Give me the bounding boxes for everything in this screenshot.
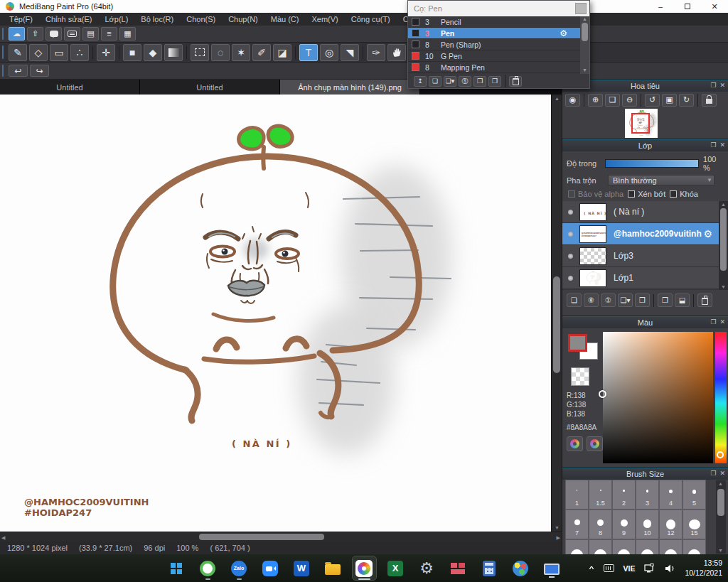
layer-list-scrollbar[interactable]: ▲ ▼ bbox=[719, 201, 728, 290]
popout-icon[interactable]: ❐ bbox=[710, 141, 716, 149]
pc-app-icon[interactable] bbox=[540, 556, 564, 580]
close-button[interactable]: ✕ bbox=[701, 0, 728, 13]
brush-tool[interactable]: ✎ bbox=[9, 44, 27, 61]
layer-add-menu-button[interactable]: ❏▾ bbox=[618, 293, 633, 307]
eyedropper-tool[interactable]: ✑ bbox=[367, 44, 385, 61]
scroll-down-icon[interactable]: ▼ bbox=[582, 68, 587, 74]
start-button[interactable] bbox=[165, 556, 188, 580]
menu-item[interactable]: Chỉnh sửa(E) bbox=[39, 13, 98, 26]
operation-tool[interactable]: ◎ bbox=[320, 44, 338, 61]
select-pen-tool[interactable]: ✐ bbox=[252, 44, 271, 61]
close-icon[interactable]: ✕ bbox=[719, 82, 725, 89]
brush-size-cell[interactable]: 9 bbox=[612, 510, 636, 539]
menu-item[interactable]: Tệp(F) bbox=[3, 13, 39, 26]
snap-tool[interactable]: ∴ bbox=[70, 44, 89, 61]
menu-item[interactable]: Chụp(N) bbox=[222, 13, 264, 26]
maximize-button[interactable] bbox=[674, 0, 701, 13]
language-indicator[interactable]: VIE bbox=[623, 564, 636, 573]
brush-delete-button[interactable] bbox=[509, 76, 522, 87]
brush-size-cell[interactable]: 1.5 bbox=[589, 480, 612, 510]
fit-window-button[interactable]: ❏ bbox=[605, 94, 620, 107]
Lớp1[interactable]: Lớp1 ⚙ bbox=[562, 267, 728, 289]
gradient-tool[interactable] bbox=[164, 44, 183, 61]
tray-chevron-icon[interactable]: ^ bbox=[589, 564, 594, 572]
lasso-tool[interactable]: ◌ bbox=[211, 44, 230, 61]
Pen (Sharp)[interactable]: 8 Pen (Sharp) ⚙ bbox=[408, 39, 580, 50]
palette-button[interactable] bbox=[567, 436, 583, 451]
close-icon[interactable]: ✕ bbox=[719, 141, 725, 149]
brush-size-scrollbar[interactable]: ▲ ▼ bbox=[716, 480, 726, 554]
brush-size-cell[interactable] bbox=[612, 539, 636, 554]
word-icon[interactable] bbox=[290, 556, 314, 580]
layer-new-8bit-button[interactable]: ⑧ bbox=[584, 293, 599, 307]
undo-button[interactable]: ↩ bbox=[9, 65, 28, 77]
saturation-value-picker[interactable] bbox=[603, 332, 713, 463]
palette-edit-button[interactable] bbox=[587, 436, 603, 451]
zoom-in-button[interactable]: ⊕ bbox=[588, 94, 603, 107]
brush-duplicate-button[interactable]: ❐ bbox=[488, 76, 501, 87]
brush-popup-button[interactable] bbox=[575, 3, 587, 14]
( Nà ní )[interactable]: ( Nà ní ) ⚙ bbox=[562, 201, 728, 223]
bucket-tool[interactable]: ◆ bbox=[144, 44, 162, 61]
hue-marker[interactable] bbox=[717, 451, 724, 458]
brush-folder-button[interactable]: ❒ bbox=[473, 76, 486, 87]
layer-duplicate-button[interactable]: ❐ bbox=[658, 293, 673, 307]
keyboard-icon[interactable] bbox=[604, 564, 614, 572]
canvas-vertical-scrollbar[interactable]: ▲ ▼ bbox=[551, 95, 562, 532]
shape-tool[interactable]: ▭ bbox=[50, 44, 68, 61]
zalo-icon[interactable] bbox=[228, 556, 251, 580]
menu-item[interactable]: Bộ lọc(R) bbox=[134, 13, 180, 26]
popout-icon[interactable]: ❐ bbox=[710, 82, 716, 89]
layer-visibility-dot[interactable] bbox=[568, 276, 573, 281]
scroll-down-icon[interactable]: ▼ bbox=[555, 525, 560, 530]
brush-new-button[interactable]: ❏ bbox=[429, 76, 441, 87]
brush-size-cell[interactable] bbox=[659, 539, 682, 554]
layer-visibility-dot[interactable] bbox=[568, 254, 573, 259]
document-button[interactable]: ▤ bbox=[82, 27, 99, 41]
brush-size-cell[interactable] bbox=[636, 539, 659, 554]
material-list-button[interactable]: ≡ bbox=[101, 27, 117, 41]
layer-visibility-dot[interactable] bbox=[568, 232, 573, 237]
zoom-app-icon[interactable] bbox=[259, 556, 282, 580]
layer-new-button[interactable]: ❏ bbox=[567, 293, 582, 307]
foreground-color-swatch[interactable] bbox=[568, 334, 587, 352]
palette-app-icon[interactable] bbox=[509, 556, 532, 580]
scroll-up-icon[interactable]: ▲ bbox=[582, 16, 587, 21]
hue-slider[interactable] bbox=[715, 332, 727, 463]
G Pen[interactable]: 10 G Pen ⚙ bbox=[408, 50, 580, 62]
clock[interactable]: 13:59 10/12/2021 bbox=[685, 559, 722, 578]
brush-size-cell[interactable] bbox=[565, 539, 589, 554]
explorer-icon[interactable] bbox=[321, 556, 345, 580]
brush-size-cell[interactable]: 5 bbox=[682, 480, 706, 510]
menu-item[interactable]: Xem(V) bbox=[305, 13, 344, 26]
menu-item[interactable]: Công cụ(T) bbox=[345, 13, 397, 26]
brush-size-scroll-thumb[interactable] bbox=[717, 489, 724, 516]
popout-icon[interactable]: ❐ bbox=[710, 470, 716, 477]
navigator-view-frame[interactable] bbox=[631, 113, 650, 134]
navigator-preview[interactable] bbox=[562, 108, 728, 139]
layer-scroll-thumb[interactable] bbox=[720, 208, 727, 271]
clipping-checkbox[interactable]: Xén bớt bbox=[628, 190, 665, 198]
scroll-down-icon[interactable]: ▼ bbox=[718, 548, 723, 553]
brush-size-cell[interactable]: 8 bbox=[589, 510, 612, 539]
lock-checkbox[interactable]: Khóa bbox=[670, 190, 698, 198]
minimize-button[interactable]: – bbox=[647, 0, 674, 13]
popout-icon[interactable]: ❐ bbox=[710, 318, 716, 325]
gear-icon[interactable]: ⚙ bbox=[703, 228, 712, 239]
hand-tool[interactable] bbox=[387, 44, 406, 61]
Pen[interactable]: 3 Pen ⚙ bbox=[408, 28, 580, 39]
select-rect-tool[interactable] bbox=[191, 44, 209, 61]
layer-delete-button[interactable] bbox=[697, 293, 712, 307]
scroll-left-icon[interactable]: ◀ bbox=[1, 535, 5, 540]
brush-size-cell[interactable]: 7 bbox=[565, 510, 589, 539]
blend-select[interactable]: Bình thường ▼ bbox=[608, 175, 714, 185]
layer-visibility-dot[interactable] bbox=[568, 210, 573, 215]
alpha-protect-checkbox[interactable]: Bảo vệ alpha bbox=[568, 190, 623, 198]
scroll-up-icon[interactable]: ▲ bbox=[555, 96, 560, 101]
scroll-right-icon[interactable]: ▶ bbox=[557, 535, 560, 540]
text-tool[interactable]: T bbox=[299, 44, 318, 61]
brush-size-cell[interactable] bbox=[682, 539, 706, 554]
lock-button[interactable] bbox=[702, 94, 717, 107]
transparent-swatch[interactable] bbox=[571, 367, 589, 386]
brush-size-cell[interactable]: 10 bbox=[636, 510, 659, 539]
